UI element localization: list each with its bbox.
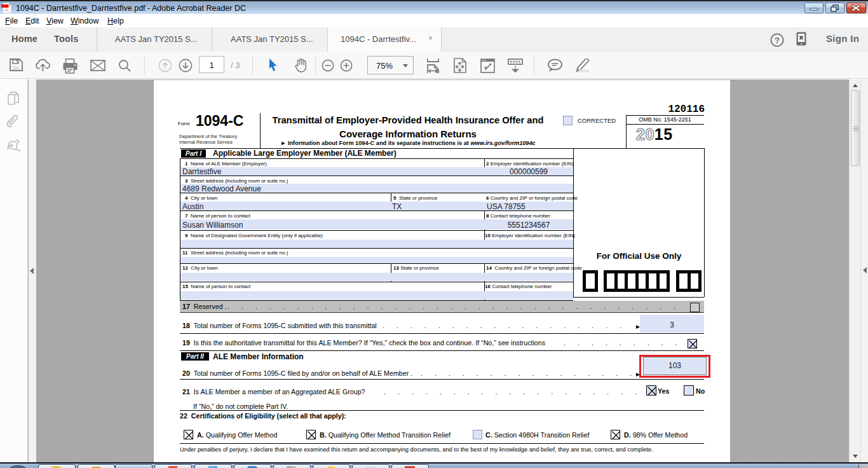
- svg-text:?: ?: [775, 36, 780, 45]
